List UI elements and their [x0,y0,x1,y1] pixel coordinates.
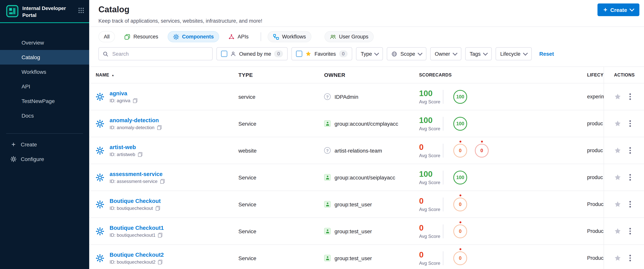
component-name-link[interactable]: Boutique Checkout1 [110,225,164,231]
more-actions-icon[interactable] [628,200,632,209]
scorecard-badge[interactable]: 0 [453,224,467,238]
owner-label: group:test_user [334,255,372,261]
avg-score-value: 100 [419,89,443,97]
tags-dropdown[interactable]: Tags [465,47,492,60]
chevron-down-icon [483,50,488,55]
lifecycle-dropdown[interactable]: Lifecycle [496,47,532,60]
filter-bar: Owned by me 0 Favorites 0 Type Scope Own… [89,46,644,66]
components-icon [173,34,179,40]
component-type: Service [238,174,324,180]
scorecard-badge[interactable]: 0 [453,197,467,211]
more-actions-icon[interactable] [628,254,632,263]
scope-icon [392,51,397,57]
column-header-owner[interactable]: OWNER [324,72,419,78]
sidebar-item-overview[interactable]: Overview [0,35,89,50]
column-header-scorecards[interactable]: SCORECARDS [419,73,587,77]
component-name-link[interactable]: artist-web [110,144,142,150]
sidebar-item-api[interactable]: API [0,79,89,94]
copy-icon[interactable] [138,152,142,157]
owner-label: group:test_user [334,228,372,234]
group-icon [324,174,331,181]
more-actions-icon[interactable] [628,92,632,101]
component-type: Service [238,255,324,261]
owned-by-me-checkbox[interactable] [221,51,227,57]
favorite-star-icon[interactable] [614,147,621,154]
component-name-link[interactable]: Boutique Checkout [110,198,161,204]
table-row: Boutique Checkout2 ID: boutiquecheckout2… [89,245,644,269]
favorite-star-icon[interactable] [614,255,621,262]
tab-components[interactable]: Components [168,31,219,42]
scorecard-badge[interactable]: 100 [453,117,467,130]
gear-icon [10,156,16,162]
component-id: ID: boutiquecheckout1 [110,232,156,238]
tab-user-groups[interactable]: User Groups [324,31,374,42]
component-name-link[interactable]: assessment-service [110,171,164,177]
main-content: Catalog Keep track of applications, serv… [89,0,644,269]
scorecard-badge[interactable]: 100 [453,170,467,184]
more-actions-icon[interactable] [628,146,632,155]
create-button[interactable]: Create [598,3,640,16]
avg-score-value: 100 [419,170,443,178]
sidebar-configure-button[interactable]: Configure [0,152,89,166]
column-header-name[interactable]: NAME [89,73,238,77]
tab-resources[interactable]: Resources [119,31,164,42]
component-type: service [238,94,324,100]
search-box [98,47,212,60]
owner-dropdown[interactable]: Owner [430,47,461,60]
search-input[interactable] [112,50,208,57]
tab-apis[interactable]: APIs [223,31,254,42]
tab-all[interactable]: All [98,31,115,42]
resources-icon [124,34,130,40]
favorites-filter[interactable]: Favorites 0 [292,47,352,60]
avg-score-value: 100 [419,116,443,124]
catalog-kind-tabs: All Resources Components APIs Workflows [89,27,644,46]
component-name-link[interactable]: anomaly-detection [110,117,161,123]
copy-icon[interactable] [158,233,162,237]
type-dropdown[interactable]: Type [356,47,383,60]
plus-icon [10,141,16,148]
sidebar-item-docs[interactable]: Docs [0,108,89,123]
scorecard-badge[interactable]: 100 [453,90,467,104]
scope-dropdown-label: Scope [400,51,415,57]
scorecard-badge[interactable]: 0 [453,251,467,265]
sidebar-create-label: Create [21,141,37,148]
app-title: Internal Developer Portal [22,5,68,18]
app-switcher-icon[interactable] [78,7,84,13]
sidebar-item-testnewpage[interactable]: TestNewPage [0,94,89,108]
copy-icon[interactable] [156,206,160,210]
owned-by-me-filter[interactable]: Owned by me 0 [216,47,288,60]
favorite-star-icon[interactable] [614,228,621,235]
favorites-checkbox[interactable] [296,51,302,57]
favorite-star-icon[interactable] [614,201,621,208]
copy-icon[interactable] [157,125,161,130]
lifecycle-value: Produc [587,255,604,261]
table-row: Boutique Checkout1 ID: boutiquecheckout1… [89,218,644,245]
more-actions-icon[interactable] [628,227,632,236]
component-name-link[interactable]: agniva [110,90,137,96]
scorecard-badge[interactable]: 0 [453,144,467,157]
scope-dropdown[interactable]: Scope [387,47,426,60]
column-header-lifecycle[interactable]: LIFECYCLE [587,73,604,77]
reset-filters-link[interactable]: Reset [539,51,554,57]
tab-workflows[interactable]: Workflows [268,31,311,42]
more-actions-icon[interactable] [628,119,632,128]
favorite-star-icon[interactable] [614,174,621,181]
favorite-star-icon[interactable] [614,120,621,127]
scorecard-badge[interactable]: 0 [475,144,489,157]
chevron-down-icon [452,50,457,55]
copy-icon[interactable] [160,179,164,184]
group-icon [324,228,331,235]
component-name-link[interactable]: Boutique Checkout2 [110,252,164,258]
copy-icon[interactable] [158,260,162,264]
column-header-type[interactable]: TYPE [238,72,324,78]
sidebar-item-workflows[interactable]: Workflows [0,64,89,79]
copy-icon[interactable] [133,98,137,103]
owned-by-me-label: Owned by me [239,51,271,57]
avg-score-label: Avg Score [419,153,443,158]
sidebar-item-catalog[interactable]: Catalog [0,50,89,64]
avg-score-label: Avg Score [419,99,443,104]
sidebar-create-button[interactable]: Create [0,137,89,152]
more-actions-icon[interactable] [628,173,632,182]
favorite-star-icon[interactable] [614,93,621,100]
score-divider [443,251,443,265]
